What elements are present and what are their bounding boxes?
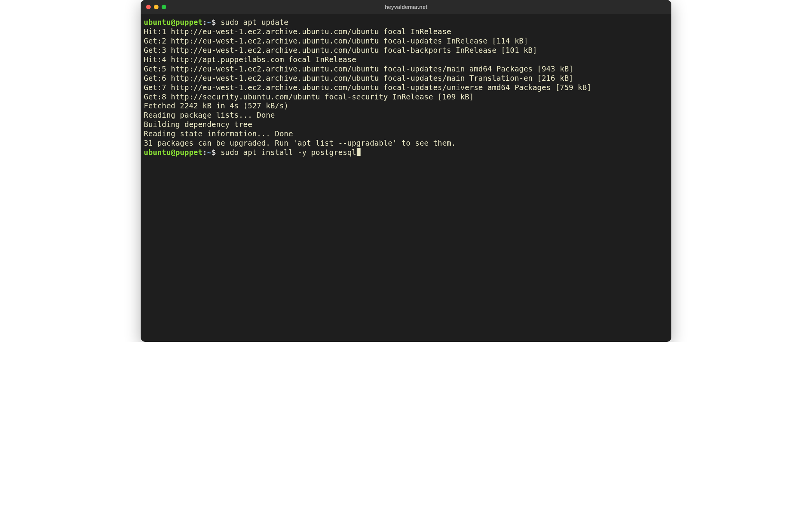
command-1: sudo apt update <box>221 18 289 26</box>
output-line: Hit:4 http://apt.puppetlabs.com focal In… <box>144 55 668 64</box>
cursor-icon <box>357 148 361 156</box>
terminal-window: heyvaldemar.net ubuntu@puppet:~$ sudo ap… <box>141 0 671 342</box>
output-line: 31 packages can be upgraded. Run 'apt li… <box>144 139 668 148</box>
prompt-line-2: ubuntu@puppet:~$ sudo apt install -y pos… <box>144 148 668 157</box>
output-line: Reading package lists... Done <box>144 111 668 120</box>
prompt-colon: : <box>202 148 207 157</box>
output-line: Fetched 2242 kB in 4s (527 kB/s) <box>144 101 668 111</box>
prompt-dollar: $ <box>212 148 216 157</box>
prompt-host: puppet <box>175 148 202 157</box>
close-icon[interactable] <box>146 5 151 9</box>
maximize-icon[interactable] <box>162 5 166 9</box>
output-line: Get:7 http://eu-west-1.ec2.archive.ubunt… <box>144 83 668 92</box>
prompt-host: puppet <box>175 18 202 26</box>
output-line: Hit:1 http://eu-west-1.ec2.archive.ubunt… <box>144 27 668 37</box>
prompt-path: ~ <box>207 148 212 157</box>
prompt-user: ubuntu <box>144 18 171 26</box>
output-line: Get:5 http://eu-west-1.ec2.archive.ubunt… <box>144 64 668 74</box>
output-line: Get:6 http://eu-west-1.ec2.archive.ubunt… <box>144 74 668 83</box>
terminal-body[interactable]: ubuntu@puppet:~$ sudo apt updateHit:1 ht… <box>141 14 671 342</box>
prompt-at: @ <box>171 18 176 26</box>
prompt-line-1: ubuntu@puppet:~$ sudo apt update <box>144 18 668 27</box>
prompt-dollar: $ <box>212 18 216 26</box>
output-line: Reading state information... Done <box>144 129 668 139</box>
window-title: heyvaldemar.net <box>385 4 427 10</box>
output-line: Get:2 http://eu-west-1.ec2.archive.ubunt… <box>144 37 668 46</box>
prompt-colon: : <box>202 18 207 26</box>
output-line: Get:3 http://eu-west-1.ec2.archive.ubunt… <box>144 46 668 55</box>
prompt-at: @ <box>171 148 176 157</box>
traffic-lights <box>146 5 166 9</box>
minimize-icon[interactable] <box>154 5 159 9</box>
command-2: sudo apt install -y postgresql <box>221 148 356 157</box>
output-line: Building dependency tree <box>144 120 668 129</box>
titlebar: heyvaldemar.net <box>141 0 671 14</box>
prompt-user: ubuntu <box>144 148 171 157</box>
output-line: Get:8 http://security.ubuntu.com/ubuntu … <box>144 92 668 102</box>
prompt-path: ~ <box>207 18 212 26</box>
